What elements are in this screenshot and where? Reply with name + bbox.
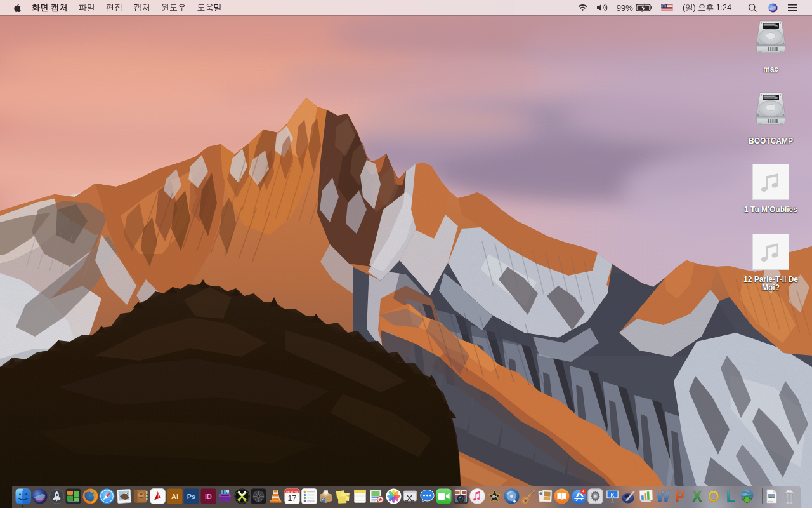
svg-text:K: K [611,492,615,498]
svg-text:P: P [675,488,684,504]
svg-text:Ai: Ai [171,493,178,500]
svg-text:ID: ID [205,493,212,500]
svg-text:O: O [708,488,719,504]
svg-text:Page: Page [346,494,351,497]
svg-text:X: X [692,488,702,504]
svg-text:7월 일요일: 7월 일요일 [286,490,299,493]
svg-text:L: L [726,488,735,504]
svg-text:17: 17 [288,494,297,503]
svg-text:Ps: Ps [187,493,195,500]
svg-text:W: W [657,488,671,504]
